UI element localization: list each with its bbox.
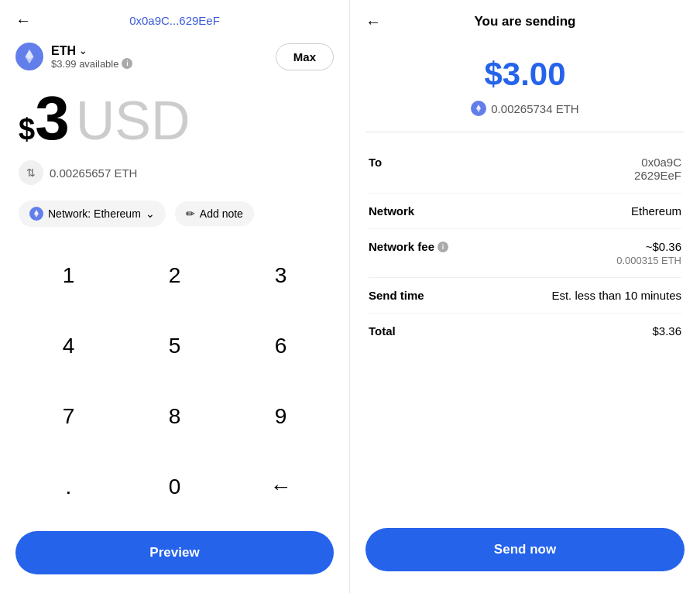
fee-row: Network fee i ~$0.36 0.000315 ETH <box>369 229 681 278</box>
key-2[interactable]: 2 <box>122 241 228 311</box>
to-address-line1: 0x0a9C <box>634 156 681 169</box>
left-panel: ← 0x0a9C...629EeF ETH ⌄ $3.99 av <box>0 0 350 593</box>
key-9[interactable]: 9 <box>228 382 334 452</box>
swap-icon[interactable]: ⇅ <box>19 160 43 185</box>
token-name-row[interactable]: ETH ⌄ <box>51 44 132 58</box>
left-back-button[interactable]: ← <box>15 12 31 29</box>
sending-eth-text: 0.00265734 ETH <box>491 102 578 115</box>
key-0[interactable]: 0 <box>122 451 228 522</box>
fee-label-group: Network fee i <box>369 240 448 253</box>
pencil-icon: ✏ <box>186 207 195 220</box>
network-eth-icon <box>29 207 43 221</box>
token-chevron-icon: ⌄ <box>79 46 87 57</box>
send-time-row: Send time Est. less than 10 minutes <box>369 278 681 314</box>
total-value: $3.36 <box>652 324 681 338</box>
options-row: Network: Ethereum ⌄ ✏ Add note <box>0 196 349 241</box>
keypad: 1 2 3 4 5 6 7 8 9 . 0 ← <box>0 241 349 522</box>
to-row: To 0x0a9C 2629EeF <box>369 145 681 194</box>
right-header: ← You are sending <box>350 0 700 40</box>
to-address: 0x0a9C 2629EeF <box>634 156 681 182</box>
network-detail-label: Network <box>369 204 414 218</box>
left-header: ← 0x0a9C...629EeF <box>0 0 349 38</box>
eth-mini-icon <box>471 101 486 116</box>
key-6[interactable]: 6 <box>228 311 334 382</box>
sending-amount: $3.00 <box>350 40 700 98</box>
total-row: Total $3.36 <box>369 314 681 348</box>
network-row: Network Ethereum <box>369 194 681 229</box>
key-backspace[interactable]: ← <box>228 451 334 522</box>
right-back-button[interactable]: ← <box>365 13 381 31</box>
fee-value: ~$0.36 <box>616 240 681 253</box>
fee-label: Network fee <box>369 240 434 253</box>
eth-icon <box>15 43 43 70</box>
add-note-button[interactable]: ✏ Add note <box>175 201 254 226</box>
amount-number: 3 <box>35 87 70 149</box>
send-time-label: Send time <box>369 289 424 302</box>
eth-equiv-row: ⇅ 0.00265657 ETH <box>0 154 349 196</box>
amount-currency: USD <box>76 94 190 148</box>
token-row: ETH ⌄ $3.99 available i Max <box>0 38 349 80</box>
fee-eth: 0.000315 ETH <box>616 255 681 266</box>
token-symbol: ETH <box>51 44 76 58</box>
token-left: ETH ⌄ $3.99 available i <box>15 43 132 70</box>
network-chevron-icon: ⌄ <box>146 207 155 220</box>
eth-equiv-text: 0.00265657 ETH <box>50 166 137 180</box>
network-button[interactable]: Network: Ethereum ⌄ <box>19 201 166 227</box>
key-8[interactable]: 8 <box>122 382 228 452</box>
fee-info-icon[interactable]: i <box>438 242 448 252</box>
to-label: To <box>369 156 382 169</box>
network-label: Network: Ethereum <box>48 207 141 220</box>
send-time-value: Est. less than 10 minutes <box>551 289 681 302</box>
details-section: To 0x0a9C 2629EeF Network Ethereum Netwo… <box>350 132 700 519</box>
right-header-title: You are sending <box>475 14 576 29</box>
max-button[interactable]: Max <box>276 43 334 70</box>
total-label: Total <box>369 324 396 338</box>
note-label: Add note <box>200 207 243 220</box>
send-now-button[interactable]: Send now <box>365 528 685 571</box>
key-4[interactable]: 4 <box>15 311 122 382</box>
key-5[interactable]: 5 <box>122 311 228 382</box>
token-balance: $3.99 available i <box>51 58 132 70</box>
balance-info-icon[interactable]: i <box>122 58 132 69</box>
fee-value-group: ~$0.36 0.000315 ETH <box>616 240 681 266</box>
dollar-sign: $ <box>19 113 35 146</box>
wallet-address: 0x0a9C...629EeF <box>129 14 220 27</box>
to-address-line2: 2629EeF <box>634 169 681 182</box>
sending-eth-row: 0.00265734 ETH <box>350 98 700 132</box>
sending-usd: $3.00 <box>350 56 700 93</box>
key-3[interactable]: 3 <box>228 241 334 311</box>
key-7[interactable]: 7 <box>15 382 122 452</box>
right-panel: ← You are sending $3.00 0.00265734 ETH T… <box>350 0 700 593</box>
key-1[interactable]: 1 <box>15 241 122 311</box>
token-info: ETH ⌄ $3.99 available i <box>51 44 132 70</box>
network-detail-value: Ethereum <box>631 204 681 218</box>
key-dot[interactable]: . <box>15 451 122 522</box>
amount-display: $ 3 USD <box>0 80 349 154</box>
preview-button[interactable]: Preview <box>15 531 334 574</box>
